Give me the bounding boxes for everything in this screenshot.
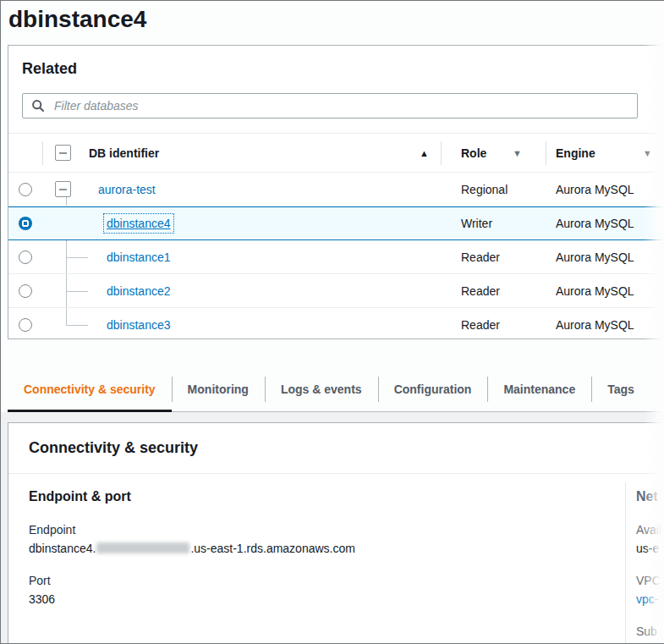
role-cell: Writer bbox=[461, 217, 492, 230]
tab-label: Tags bbox=[607, 383, 634, 396]
connectivity-security-panel: Connectivity & security Endpoint & port … bbox=[8, 422, 664, 644]
db-instance-link[interactable]: dbinstance4 bbox=[107, 217, 171, 230]
networking-section: Net Avail us-e VPC vpc- Sub bbox=[636, 489, 664, 638]
tab-configuration[interactable]: Configuration bbox=[378, 366, 488, 412]
subnet-label: Sub bbox=[636, 625, 664, 638]
search-icon bbox=[31, 99, 45, 113]
port-label: Port bbox=[29, 574, 355, 587]
db-instance-link[interactable]: dbinstance2 bbox=[107, 284, 171, 298]
role-column-header[interactable]: Role ▼ bbox=[441, 146, 546, 160]
table-row: dbinstance3 Reader Aurora MySQL bbox=[8, 308, 664, 342]
tab-monitoring[interactable]: Monitoring bbox=[172, 366, 265, 412]
tab-label: Monitoring bbox=[188, 383, 249, 396]
connectivity-security-body: Endpoint & port Endpoint dbinstance4..us… bbox=[8, 474, 664, 644]
redacted-endpoint-segment bbox=[96, 542, 189, 553]
tab-connectivity-security[interactable]: Connectivity & security bbox=[8, 366, 172, 412]
page-title: dbinstance4 bbox=[8, 3, 146, 36]
endpoint-label: Endpoint bbox=[29, 523, 355, 537]
sort-ascending-icon[interactable]: ▲ bbox=[420, 148, 429, 158]
related-panel: Related DB identifier ▲ Role ▼ Engine ▼ bbox=[8, 45, 664, 339]
engine-cell: Aurora MySQL bbox=[556, 183, 634, 196]
engine-cell: Aurora MySQL bbox=[556, 284, 634, 298]
table-row-selected: dbinstance4 Writer Aurora MySQL bbox=[8, 206, 664, 240]
engine-column-header[interactable]: Engine ▼ bbox=[546, 146, 664, 160]
engine-header-label: Engine bbox=[556, 146, 595, 160]
endpoint-port-section: Endpoint & port Endpoint dbinstance4..us… bbox=[29, 489, 355, 606]
db-instance-link[interactable]: dbinstance1 bbox=[107, 250, 171, 264]
table-body: aurora-test Regional Aurora MySQL dbinst… bbox=[8, 173, 664, 339]
detail-tabs: Connectivity & security Monitoring Logs … bbox=[8, 366, 664, 412]
engine-filter-dropdown-icon[interactable]: ▼ bbox=[643, 148, 652, 158]
engine-cell: Aurora MySQL bbox=[556, 318, 634, 332]
role-cell: Regional bbox=[461, 183, 508, 196]
filter-databases-box[interactable] bbox=[22, 93, 638, 118]
role-filter-dropdown-icon[interactable]: ▼ bbox=[513, 148, 522, 158]
tab-label: Configuration bbox=[394, 383, 472, 396]
collapse-all-icon[interactable] bbox=[55, 145, 71, 161]
availability-zone-label: Avail bbox=[636, 523, 664, 537]
table-row: dbinstance2 Reader Aurora MySQL bbox=[8, 274, 664, 308]
connectivity-security-heading: Connectivity & security bbox=[8, 423, 664, 474]
endpoint-value: dbinstance4..us-east-1.rds.amazonaws.com bbox=[29, 542, 355, 555]
tab-tags[interactable]: Tags bbox=[591, 366, 650, 412]
table-row: dbinstance1 Reader Aurora MySQL bbox=[8, 240, 664, 274]
db-cluster-link[interactable]: aurora-test bbox=[98, 183, 156, 196]
row-radio-unselected[interactable] bbox=[19, 183, 32, 196]
endpoint-prefix: dbinstance4. bbox=[29, 542, 96, 555]
related-panel-title: Related bbox=[22, 60, 77, 78]
port-value: 3306 bbox=[29, 592, 355, 606]
role-cell: Reader bbox=[461, 318, 500, 332]
networking-title: Net bbox=[636, 489, 664, 504]
endpoint-port-title: Endpoint & port bbox=[29, 489, 355, 504]
engine-cell: Aurora MySQL bbox=[556, 250, 634, 264]
availability-zone-value: us-e bbox=[636, 542, 664, 555]
column-divider bbox=[625, 482, 626, 644]
tab-logs-events[interactable]: Logs & events bbox=[265, 366, 378, 412]
table-row: aurora-test Regional Aurora MySQL bbox=[8, 173, 664, 206]
row-radio-selected[interactable] bbox=[19, 217, 32, 230]
tab-label: Logs & events bbox=[281, 383, 362, 396]
db-identifier-header-label: DB identifier bbox=[89, 146, 159, 160]
vpc-link[interactable]: vpc- bbox=[636, 592, 664, 606]
row-radio-unselected[interactable] bbox=[19, 318, 32, 332]
role-cell: Reader bbox=[461, 250, 500, 264]
role-header-label: Role bbox=[461, 146, 486, 160]
tab-maintenance[interactable]: Maintenance bbox=[487, 366, 591, 412]
table-header-row: DB identifier ▲ Role ▼ Engine ▼ bbox=[8, 133, 664, 173]
tab-label: Connectivity & security bbox=[24, 383, 156, 396]
role-cell: Reader bbox=[461, 284, 500, 298]
vpc-label: VPC bbox=[636, 574, 664, 587]
db-instance-link[interactable]: dbinstance3 bbox=[107, 318, 171, 332]
endpoint-suffix: .us-east-1.rds.amazonaws.com bbox=[190, 542, 355, 555]
filter-databases-input[interactable] bbox=[52, 98, 628, 113]
tab-label: Maintenance bbox=[503, 383, 575, 396]
collapse-row-icon[interactable] bbox=[55, 181, 71, 197]
row-radio-unselected[interactable] bbox=[19, 284, 32, 298]
db-identifier-column-header[interactable]: DB identifier ▲ bbox=[42, 146, 441, 160]
row-radio-unselected[interactable] bbox=[19, 250, 32, 264]
engine-cell: Aurora MySQL bbox=[556, 217, 634, 230]
